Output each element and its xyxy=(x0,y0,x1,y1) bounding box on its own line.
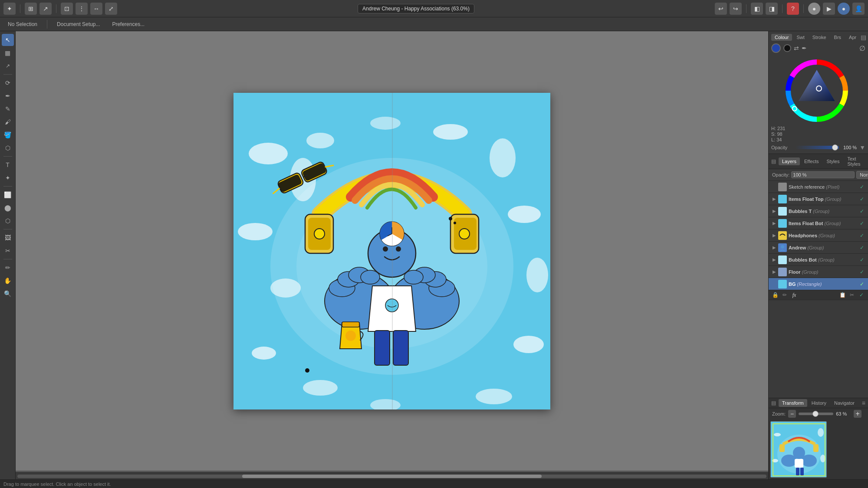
share-icon[interactable]: ↗ xyxy=(39,3,52,15)
fill-tool[interactable]: 🪣 xyxy=(2,129,14,141)
layer-visible[interactable]: ✓ xyxy=(858,244,865,251)
expand-icon[interactable]: ⤢ xyxy=(105,3,117,15)
layer-headphones[interactable]: ▶ Headphones (Group) ✓ xyxy=(769,229,868,242)
canvas-area[interactable] xyxy=(16,31,768,479)
layer-expand[interactable]: ▶ xyxy=(771,220,777,226)
help-icon[interactable]: ? xyxy=(787,3,799,15)
export-icon[interactable]: ▶ xyxy=(823,3,835,15)
split-right-icon[interactable]: ◨ xyxy=(766,3,778,15)
node-tool[interactable]: ▦ xyxy=(2,47,14,59)
eyedropper-icon[interactable]: ✒ xyxy=(802,45,807,52)
layer-expand[interactable] xyxy=(771,281,777,287)
transform-icon[interactable]: ↔ xyxy=(90,3,102,15)
layer-items-float-top[interactable]: ▶ Items Float Top (Group) ✓ xyxy=(769,193,868,205)
tab-apr[interactable]: Apr xyxy=(845,34,860,41)
layer-visible[interactable]: ✓ xyxy=(858,232,865,239)
tab-swt[interactable]: Swt xyxy=(793,34,808,41)
opacity-slider[interactable] xyxy=(796,146,839,149)
color-wheel[interactable] xyxy=(771,55,862,124)
panel-collapse-icon[interactable]: ▤ xyxy=(771,158,776,164)
tab-text-styles[interactable]: Text Styles xyxy=(844,155,864,168)
arrange-icon[interactable]: ⊡ xyxy=(61,3,73,15)
layer-sketch-reference[interactable]: Sketch reference (Pixel) ✓ xyxy=(769,181,868,193)
layer-visible[interactable]: ✓ xyxy=(858,220,865,227)
layer-expand[interactable]: ▶ xyxy=(771,196,777,202)
layer-visible[interactable]: ✓ xyxy=(858,183,865,190)
document-setup-btn[interactable]: Document Setup... xyxy=(53,20,104,29)
tab-layers[interactable]: Layers xyxy=(779,157,800,165)
rect-tool[interactable]: ⬜ xyxy=(2,189,14,201)
layer-copy-icon[interactable]: 📋 xyxy=(838,291,846,299)
color-circle-icon[interactable]: ● xyxy=(808,3,820,15)
bottom-panel-menu[interactable]: ≡ xyxy=(862,400,865,406)
layer-visible[interactable]: ✓ xyxy=(858,256,865,263)
layer-expand[interactable]: ▶ xyxy=(771,233,777,239)
layer-expand[interactable]: ▶ xyxy=(771,208,777,214)
no-selection-btn[interactable]: No Selection xyxy=(3,20,42,29)
layer-check-icon[interactable]: ✓ xyxy=(858,291,865,299)
tab-effects[interactable]: Effects xyxy=(801,157,822,165)
layer-expand[interactable]: ▶ xyxy=(771,257,777,263)
layer-opacity-input[interactable] xyxy=(791,171,855,178)
tab-stroke[interactable]: Stroke xyxy=(809,34,830,41)
brush-tool[interactable]: 🖌 xyxy=(2,116,14,128)
layer-andrew[interactable]: ▶ Andrew (Group) ✓ xyxy=(769,242,868,254)
panel-collapse-btn[interactable]: ▤ xyxy=(861,34,866,41)
layer-lock-icon[interactable]: 🔒 xyxy=(771,291,779,299)
layer-delete-icon[interactable]: ✂ xyxy=(848,291,856,299)
zoom-slider-track[interactable] xyxy=(799,413,833,415)
tab-transform[interactable]: Transform xyxy=(779,399,807,407)
document-canvas[interactable] xyxy=(233,93,550,409)
color-picker-tool[interactable]: ✏ xyxy=(2,262,14,274)
app-logo[interactable]: ✦ xyxy=(3,3,16,15)
scrollbar-track[interactable] xyxy=(17,475,766,478)
layer-edit-icon[interactable]: ✏ xyxy=(781,291,789,299)
text-tool[interactable]: T xyxy=(2,159,14,171)
poly-tool[interactable]: ⬡ xyxy=(2,215,14,227)
zoom-in-btn[interactable]: + xyxy=(854,410,861,418)
fill-swatch[interactable] xyxy=(771,43,781,53)
stroke-swatch[interactable] xyxy=(783,44,791,52)
preferences-btn[interactable]: Preferences... xyxy=(108,20,149,29)
zoom-tool[interactable]: 🔍 xyxy=(2,288,14,300)
grid-icon[interactable]: ⋮ xyxy=(76,3,88,15)
tab-stock[interactable]: Stock xyxy=(865,157,868,165)
no-color-icon[interactable]: ∅ xyxy=(859,44,865,52)
blend-mode-select[interactable]: Normal Multiply Screen Overlay xyxy=(856,171,868,179)
split-left-icon[interactable]: ◧ xyxy=(751,3,763,15)
undo-icon[interactable]: ↩ xyxy=(715,3,727,15)
layer-visible[interactable]: ✓ xyxy=(858,281,865,288)
scrollbar-thumb[interactable] xyxy=(242,475,542,478)
pen-tool[interactable]: ✒ xyxy=(2,90,14,102)
layer-expand[interactable]: ▶ xyxy=(771,269,777,275)
tab-history[interactable]: History xyxy=(808,399,830,407)
ellipse-tool[interactable]: ⬤ xyxy=(2,202,14,214)
layer-bg[interactable]: BG (Rectangle) ✓ xyxy=(769,278,868,290)
gradient-tool[interactable]: ⬡ xyxy=(2,142,14,154)
layer-visible[interactable]: ✓ xyxy=(858,269,865,275)
redo-icon[interactable]: ↪ xyxy=(730,3,742,15)
shape-tool[interactable]: ✦ xyxy=(2,172,14,184)
image-tool[interactable]: 🖼 xyxy=(2,232,14,244)
layer-fx-icon[interactable]: fx xyxy=(790,291,798,299)
tab-styles[interactable]: Styles xyxy=(823,157,843,165)
more-options-icon[interactable]: ▼ xyxy=(859,144,865,151)
view-grid-icon[interactable]: ⊞ xyxy=(25,3,37,15)
hand-tool[interactable]: ✋ xyxy=(2,275,14,287)
tab-navigator[interactable]: Navigator xyxy=(831,399,858,407)
crop-tool[interactable]: ↗ xyxy=(2,60,14,72)
zoom-out-btn[interactable]: − xyxy=(788,410,796,418)
tab-colour[interactable]: Colour xyxy=(771,34,792,41)
layer-bubbles-t[interactable]: ▶ Bubbles T (Group) ✓ xyxy=(769,205,868,217)
canvas-scrollbar[interactable] xyxy=(16,472,768,479)
tab-brs[interactable]: Brs xyxy=(831,34,845,41)
select-tool[interactable]: ↖ xyxy=(2,34,14,46)
layer-expand[interactable]: ▶ xyxy=(771,245,777,251)
layer-visible[interactable]: ✓ xyxy=(858,208,865,215)
layer-visible[interactable]: ✓ xyxy=(858,196,865,203)
account-icon[interactable]: 👤 xyxy=(852,3,865,15)
swap-colors-icon[interactable]: ⇄ xyxy=(794,45,799,52)
slice-tool[interactable]: ✂ xyxy=(2,245,14,257)
layer-items-float-bot[interactable]: ▶ Items Float Bot (Group) ✓ xyxy=(769,217,868,229)
layer-floor[interactable]: ▶ Floor (Group) ✓ xyxy=(769,266,868,278)
